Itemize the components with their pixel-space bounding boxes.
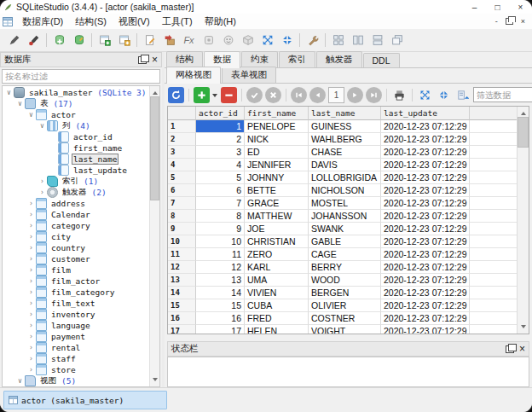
column-header-last_name[interactable]: last_name	[309, 107, 381, 120]
table-cell[interactable]: 4	[196, 159, 245, 171]
expand-arrow-icon[interactable]: ›	[26, 233, 36, 241]
table-cell[interactable]: GABLE	[309, 235, 381, 248]
menu-help[interactable]: 帮助(H)	[199, 14, 242, 30]
mdi-tile-columns-icon[interactable]	[348, 31, 367, 49]
reset-columns-button[interactable]	[436, 87, 452, 103]
table-cell[interactable]: 11	[196, 248, 245, 261]
expand-arrow-icon[interactable]: ›	[26, 200, 36, 207]
table-cell[interactable]: 2020-12-23 07:12:29	[381, 120, 470, 133]
table-cell[interactable]: LOLLOBRIGIDA	[309, 171, 381, 184]
row-number[interactable]: 12	[168, 261, 196, 274]
plugin-square-icon[interactable]	[199, 31, 218, 49]
table-cell[interactable]: 2020-12-23 07:12:29	[381, 287, 470, 299]
tree-item-store[interactable]: ›store	[3, 364, 150, 375]
tree-item-film[interactable]: ›film	[3, 264, 150, 276]
table-cell[interactable]: JENNIFER	[245, 159, 309, 171]
table-cell[interactable]: GRACE	[245, 197, 309, 210]
scroll-up-icon[interactable]	[521, 109, 526, 115]
tree-item-columns[interactable]: ∨列(4)	[3, 120, 150, 131]
table-cell[interactable]: 1	[196, 120, 245, 133]
table-cell[interactable]: WAHLBERG	[309, 133, 381, 146]
table-cell[interactable]: CUBA	[245, 299, 309, 312]
first-page-button[interactable]	[291, 87, 307, 103]
table-cell[interactable]: CHASE	[309, 146, 381, 159]
expand-arrow-icon[interactable]: ›	[38, 177, 47, 185]
expand-arrow-icon[interactable]: ›	[26, 277, 36, 285]
mdi-restore-button[interactable]	[506, 18, 513, 25]
row-number[interactable]: 7	[168, 197, 196, 210]
row-number[interactable]: 17	[168, 325, 196, 334]
table-cell[interactable]: VIVIEN	[245, 287, 309, 299]
expand-arrow-icon[interactable]: ∨	[38, 122, 47, 130]
tree-item-payment[interactable]: ›payment	[3, 331, 150, 342]
tree-item-staff[interactable]: ›staff	[3, 353, 150, 364]
table-cell[interactable]: 12	[196, 261, 245, 274]
tree-item-rental[interactable]: ›rental	[3, 342, 150, 353]
mdi-child-table-icon[interactable]	[3, 17, 13, 26]
table-cell[interactable]: 9	[196, 223, 245, 235]
table-cell[interactable]: 2020-12-23 07:12:29	[381, 171, 470, 184]
table-cell[interactable]: ED	[245, 146, 309, 159]
table-cell[interactable]: UMA	[245, 274, 309, 287]
next-page-button[interactable]	[347, 87, 363, 103]
menu-structure[interactable]: 结构(S)	[69, 14, 113, 30]
grid-scroll-thumb[interactable]	[518, 117, 529, 148]
tree-item-actor[interactable]: ∨actor	[3, 109, 150, 120]
taskbar-window-button[interactable]: actor (sakila_master)	[3, 391, 167, 409]
row-number[interactable]: 1	[168, 120, 196, 133]
maximize-button[interactable]: □	[486, 0, 509, 14]
insert-row-button[interactable]	[194, 87, 210, 103]
tree-item-category[interactable]: ›category	[3, 220, 150, 231]
scroll-down-icon[interactable]	[521, 325, 526, 331]
insert-row-dropdown-icon[interactable]	[212, 94, 217, 100]
table-cell[interactable]: 8	[196, 210, 245, 223]
tree-item-inventory[interactable]: ›inventory	[3, 309, 150, 320]
tree-item-film-category[interactable]: ›film_category	[3, 287, 150, 298]
tree-scroll-thumb[interactable]	[150, 96, 159, 200]
expand-arrow-icon[interactable]: ›	[26, 288, 36, 296]
table-cell[interactable]: 2020-12-23 07:12:29	[381, 223, 470, 235]
tree-item-film-text[interactable]: ›film_text	[3, 298, 150, 309]
new-grid-window-icon[interactable]	[95, 31, 114, 49]
expand-arrow-icon[interactable]: ›	[26, 355, 36, 363]
menu-database[interactable]: 数据库(D)	[16, 14, 69, 30]
tab-data[interactable]: 数据	[204, 51, 240, 68]
tree-item-views[interactable]: ∨视图(5)	[3, 375, 150, 386]
fit-columns-button[interactable]	[417, 87, 433, 103]
table-cell[interactable]: 2020-12-23 07:12:29	[381, 299, 470, 312]
column-header-first_name[interactable]: first_name	[245, 107, 309, 120]
tree-item-film-actor[interactable]: ›film_actor	[3, 276, 150, 287]
scroll-down-icon[interactable]	[153, 378, 158, 384]
expand-arrow-icon[interactable]: ∨	[26, 111, 36, 119]
sort-dialog-button[interactable]	[454, 87, 471, 103]
subtab-form-view[interactable]: 表单视图	[222, 67, 276, 83]
tree-item-sakila-master[interactable]: ∨sakila_master(SQLite 3)	[3, 87, 150, 98]
expand-arrow-icon[interactable]: ›	[26, 344, 36, 351]
column-header-last_update[interactable]: last_update	[381, 107, 470, 120]
close-panel-icon[interactable]: ×	[152, 55, 158, 64]
float-panel-icon[interactable]	[138, 56, 147, 64]
fit-collapse-icon[interactable]	[277, 31, 297, 49]
tree-item-last-name[interactable]: last_name	[3, 154, 150, 165]
table-cell[interactable]: 6	[196, 184, 245, 197]
tab-indexes[interactable]: 索引	[279, 51, 315, 67]
tree-item-actor-id[interactable]: actor_id	[3, 131, 150, 142]
table-cell[interactable]: 2020-12-23 07:12:29	[381, 159, 470, 171]
refresh-button[interactable]	[168, 87, 184, 103]
commit-button[interactable]	[246, 87, 263, 103]
edit-database-icon[interactable]	[69, 31, 89, 49]
tree-item-triggers[interactable]: ›触发器(2)	[3, 187, 150, 198]
function-editor-icon[interactable]: Fx	[179, 31, 199, 49]
expand-arrow-icon[interactable]: ›	[26, 333, 36, 340]
scroll-up-icon[interactable]	[153, 89, 158, 95]
table-cell[interactable]: 2	[196, 133, 245, 146]
connect-icon[interactable]	[4, 31, 24, 49]
table-cell[interactable]: 16	[196, 312, 245, 325]
open-sql-editor-icon[interactable]	[140, 31, 159, 49]
table-cell[interactable]: COSTNER	[309, 312, 381, 325]
tree-item-indexes[interactable]: ›索引(1)	[3, 176, 150, 187]
table-cell[interactable]: WOOD	[309, 274, 381, 287]
row-number[interactable]: 5	[168, 171, 196, 184]
expand-arrow-icon[interactable]: ∨	[15, 377, 25, 385]
print-button[interactable]	[391, 87, 408, 103]
